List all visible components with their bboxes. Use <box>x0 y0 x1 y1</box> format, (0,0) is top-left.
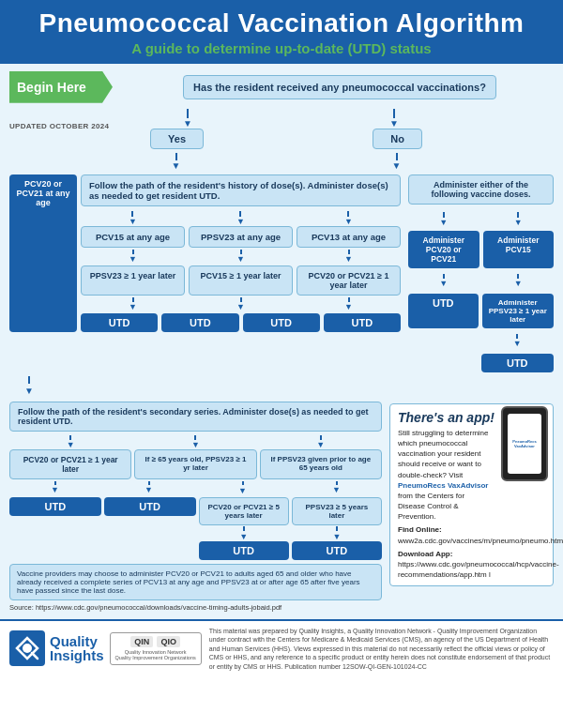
pcv15-1yr-box: PCV15 ≥ 1 year later <box>189 265 293 296</box>
download-app-label: Download App: <box>398 550 452 558</box>
left-instruction: Follow the path of the resident's histor… <box>81 174 401 206</box>
utd-sec-1: UTD <box>9 497 101 516</box>
app-link-text: PneumoRecs VaxAdvisor <box>398 481 488 490</box>
begin-here-label: Begin Here <box>17 80 86 95</box>
utd-1: UTD <box>81 313 158 332</box>
secondary-left: Follow the path of the resident's second… <box>9 402 382 612</box>
administer-pcv15-box: Administer PCV15 <box>483 231 555 268</box>
utd-2: UTD <box>161 313 238 332</box>
yes-box: Yes <box>150 129 204 149</box>
pcv20-pcv21-1yr-later-box: PCV20 or PCV21 ≥ 1 year later <box>9 449 131 479</box>
secondary-section: Follow the path of the resident's second… <box>9 402 554 612</box>
page-title: Pneumococcal Vaccination Algorithm <box>15 9 548 38</box>
brand-insights: Insights <box>50 647 104 663</box>
pcv20-pcv21-1yr-box: PCV20 or PCV21 ≥ 1 year later <box>297 265 401 296</box>
source-url: https://www.cdc.gov/pneumococcal/downloa… <box>36 603 282 612</box>
utd-sec-2: UTD <box>104 497 196 516</box>
svg-point-1 <box>23 644 32 653</box>
secondary-instruction: Follow the path of the resident's second… <box>9 402 382 432</box>
find-online-label: Find Online: <box>398 525 442 534</box>
cert-description: Quality Innovation NetworkQuality Improv… <box>115 649 196 661</box>
app-link-text2: from the Centers for Disease Control & P… <box>398 492 464 521</box>
pcv20-pcv21-any-age-box: PCV20 or PCV21 at any age <box>9 174 77 332</box>
begin-here-row: Begin Here Has the resident received any… <box>9 71 554 103</box>
ppsv23-any-age-box: PPSV23 at any age <box>189 226 293 248</box>
flow-right: Administer either of the following vacci… <box>408 174 554 372</box>
administer-ppsv23-box: Administer PPSV23 ≥ 1 year later <box>482 294 555 328</box>
no-box: No <box>373 129 422 149</box>
source-text: Source: https://www.cdc.gov/pneumococcal… <box>9 603 382 612</box>
utd-right-2: UTD <box>481 354 555 372</box>
right-instruction: Administer either of the following vacci… <box>408 174 554 205</box>
qi-logo-icon <box>9 630 45 666</box>
flow-section: PCV20 or PCV21 at any age Follow the pat… <box>9 174 554 372</box>
utd-sec-4: UTD <box>292 541 382 560</box>
source-label: Source: <box>9 603 34 612</box>
updated-date: UPDATED OCTOBER 2024 <box>9 122 109 130</box>
pcv20-pcv21-5yr-box: PCV20 or PCV21 ≥ 5 years later <box>199 497 289 525</box>
flow-left: PCV20 or PCV21 at any age Follow the pat… <box>9 174 401 372</box>
begin-here-badge: Begin Here <box>9 71 113 103</box>
utd-3: UTD <box>243 313 320 332</box>
ppsv23-5yr-box: PPSV23 ≥ 5 years later <box>292 497 382 525</box>
administer-pcv20-pcv21-box: Administer PCV20 or PCV21 <box>408 231 479 268</box>
pcv15-any-age-box: PCV15 at any age <box>81 226 185 248</box>
cert-qio: QIO <box>157 636 180 647</box>
find-online-url: www2a.cdc.gov/vaccines/m/pneumo/pneumo.h… <box>398 537 563 545</box>
ppsv23-prior-65-box: If PPSV23 given prior to age 65 years ol… <box>260 449 382 479</box>
download-app-url: https://www.cdc.gov/pneumococcal/hcp/vac… <box>398 560 559 579</box>
app-section: There's an app! PneumoRecsVaxAdvisor Sti… <box>389 403 554 587</box>
utd-right-1: UTD <box>408 294 479 328</box>
ge65-ppsv23-box: If ≥ 65 years old, PPSV23 ≥ 1 yr later <box>134 449 256 479</box>
footer-logo-area: Quality Insights QIN QIO Quality Innovat… <box>9 630 202 666</box>
qi-brand-text: Quality Insights <box>50 634 104 662</box>
app-body-text: Still struggling to determine which pneu… <box>398 429 489 479</box>
main-content: UPDATED OCTOBER 2024 Begin Here Has the … <box>0 64 563 619</box>
quality-insights-logo: Quality Insights <box>9 630 104 666</box>
page-subtitle: A guide to determine up-to-date (UTD) st… <box>15 40 548 56</box>
phone-mockup: PneumoRecsVaxAdvisor <box>501 406 548 481</box>
footer: Quality Insights QIN QIO Quality Innovat… <box>0 619 563 676</box>
cert-badges: QIN QIO <box>130 636 180 647</box>
main-question: Has the resident received any pneumococc… <box>183 75 496 99</box>
ppsv23-1yr-box: PPSV23 ≥ 1 year later <box>81 265 185 296</box>
utd-4: UTD <box>324 313 401 332</box>
cert-qin: QIN <box>130 636 153 647</box>
utd-sec-3: UTD <box>199 541 289 560</box>
footer-cert: QIN QIO Quality Innovation NetworkQualit… <box>110 632 202 665</box>
header: Pneumococcal Vaccination Algorithm A gui… <box>0 0 563 64</box>
note-box: Vaccine providers may choose to administ… <box>9 564 382 600</box>
phone-screen-text: PneumoRecsVaxAdvisor <box>512 439 536 448</box>
phone-screen: PneumoRecsVaxAdvisor <box>508 414 542 475</box>
pcv13-any-age-box: PCV13 at any age <box>297 226 401 248</box>
footer-disclaimer: This material was prepared by Quality In… <box>209 627 554 671</box>
